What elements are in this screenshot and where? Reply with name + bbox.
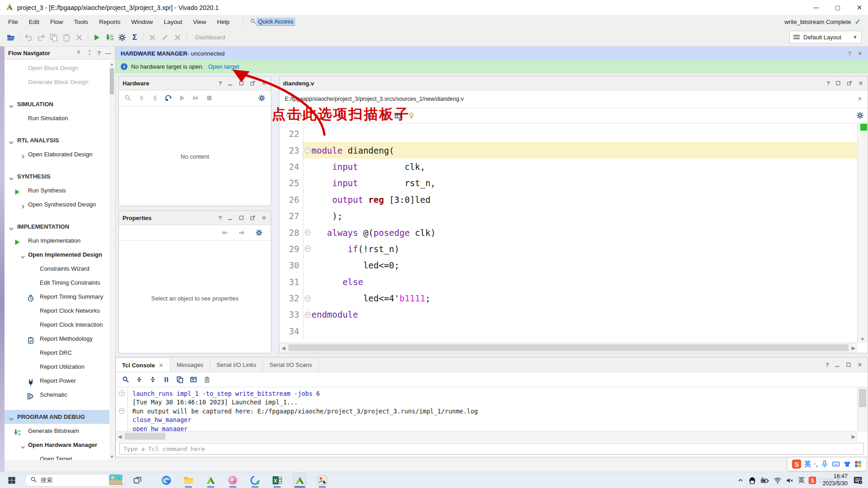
maximize-icon[interactable] (835, 80, 841, 86)
help-icon[interactable]: ? (848, 50, 851, 57)
layout-selector[interactable]: Default Layout ▼ (789, 31, 862, 43)
minimize-icon[interactable]: — (105, 50, 111, 56)
back-icon[interactable] (218, 227, 231, 239)
flow-item-report-power[interactable]: Report Power (5, 374, 109, 388)
delete-icon[interactable] (73, 32, 85, 43)
flow-item-open-synthesized-design[interactable]: Open Synthesized Design (5, 197, 109, 211)
collapse-all-icon[interactable] (135, 92, 148, 104)
help-icon[interactable]: ? (218, 80, 222, 87)
menu-tools[interactable]: Tools (69, 19, 94, 25)
taskbar-app-excel[interactable]: X (271, 473, 283, 488)
help-icon[interactable]: ? (826, 80, 830, 87)
console-vertical-scrollbar[interactable] (857, 387, 868, 432)
maximize-icon[interactable] (845, 361, 852, 368)
flow-item-report-utilization[interactable]: Report Utilization (5, 360, 109, 374)
code-line-27[interactable]: 27 ); (279, 208, 858, 224)
scroll-left-icon[interactable]: ◀ (116, 432, 124, 441)
close-icon[interactable]: ✕ (858, 95, 862, 102)
console-horizontal-scrollbar[interactable]: ◀ ▶ (116, 431, 858, 441)
apps-grid-icon[interactable] (854, 460, 862, 468)
skin-icon[interactable] (843, 460, 851, 468)
sigma-icon[interactable]: Σ (128, 32, 141, 43)
battery-icon[interactable] (760, 477, 769, 484)
code-line-28[interactable]: 28 always @(posedge clk) (279, 224, 858, 240)
search-icon[interactable] (119, 374, 132, 385)
settings-icon[interactable] (253, 227, 265, 239)
code-line-30[interactable]: 30 led<=0; (279, 257, 858, 273)
fold-marker-icon[interactable] (116, 390, 127, 396)
run-icon[interactable] (176, 92, 189, 104)
float-icon[interactable] (846, 80, 853, 86)
flow-item-report-timing-summary[interactable]: Report Timing Summary (5, 290, 109, 304)
scrollbar-thumb[interactable] (110, 68, 114, 94)
settings-gear-icon[interactable] (856, 112, 864, 121)
fast-forward-icon[interactable] (189, 92, 202, 104)
redo-icon[interactable] (35, 32, 47, 43)
maximize-icon[interactable]: ▢ (833, 4, 843, 11)
minimize-icon[interactable] (834, 361, 840, 368)
expand-rows-icon[interactable] (86, 49, 93, 57)
keyboard-icon[interactable] (831, 460, 840, 468)
menu-help[interactable]: Help (212, 19, 235, 25)
wifi-icon[interactable] (774, 477, 782, 484)
menu-layout[interactable]: Layout (158, 19, 188, 25)
stop-icon[interactable] (203, 92, 216, 104)
taskbar-app-pink-app[interactable] (226, 473, 239, 488)
tab-serial-i-o-scans[interactable]: Serial I/O Scans (263, 357, 319, 372)
code-line-31[interactable]: 31 else (279, 274, 858, 290)
flow-item-report-clock-interaction[interactable]: Report Clock Interaction (5, 318, 109, 332)
taskbar-app-vivado[interactable] (204, 473, 217, 488)
fold-marker-icon[interactable] (303, 312, 311, 318)
editor-horizontal-scrollbar[interactable]: ◀ ▶ (279, 343, 858, 353)
minimize-icon[interactable]: — (811, 4, 821, 11)
tab-messages[interactable]: Messages (170, 357, 210, 372)
search-icon[interactable] (122, 92, 134, 104)
taskbar-app-edge[interactable] (160, 473, 173, 488)
code-line-33[interactable]: 33endmodule (279, 306, 858, 323)
punctuation-icon[interactable]: ·, (814, 460, 818, 468)
edit-icon[interactable] (159, 32, 171, 43)
close-icon[interactable]: ✕ (854, 4, 864, 12)
code-line-32[interactable]: 32 led<=4'b1111; (279, 290, 858, 306)
flow-section-implementation[interactable]: IMPLEMENTATION (5, 220, 109, 234)
task-view-button[interactable] (131, 473, 144, 488)
flow-item-report-methodology[interactable]: Report Methodology (5, 332, 109, 346)
scroll-left-icon[interactable]: ◀ (279, 343, 288, 353)
tray-expand-icon[interactable] (737, 477, 744, 484)
notification-center-button[interactable]: 4 (852, 473, 864, 488)
flow-item-open-hardware-manager[interactable]: Open Hardware Manager (5, 438, 109, 452)
code-line-25[interactable]: 25 input rst_n, (279, 175, 858, 191)
delete-icon[interactable] (146, 32, 159, 43)
flow-item-open-implemented-design[interactable]: Open Implemented Design (5, 248, 109, 262)
menu-file[interactable]: File (3, 19, 24, 25)
flow-section-program-and-debug[interactable]: PROGRAM AND DEBUG (5, 410, 109, 424)
bitstream-icon[interactable]: 0110 (103, 32, 116, 43)
taskbar-search[interactable]: 搜索 (24, 474, 125, 487)
fold-marker-icon[interactable] (303, 147, 311, 153)
copy-icon[interactable] (174, 374, 186, 385)
taskbar-app-vivado-active[interactable] (293, 473, 307, 488)
properties-panel-header[interactable]: Properties ? (119, 211, 271, 225)
sogou-s-icon[interactable]: S (792, 459, 802, 469)
close-icon[interactable] (858, 80, 864, 86)
pause-icon[interactable] (160, 374, 173, 385)
editor-vertical-scrollbar[interactable]: ▲ ▼ (857, 123, 868, 343)
fold-marker-icon[interactable] (303, 296, 311, 301)
scroll-down-icon[interactable]: ▼ (109, 454, 114, 460)
code-line-34[interactable]: 34 (279, 323, 858, 339)
fold-marker-icon[interactable] (303, 246, 311, 252)
help-icon[interactable]: ? (218, 215, 222, 221)
tab-tcl-console[interactable]: Tcl Console✕ (116, 357, 170, 372)
chevron-right-icon[interactable] (20, 150, 28, 158)
flow-item-schematic[interactable]: Schematic (5, 388, 109, 402)
sidebar-scrollbar[interactable]: ▲ ▼ (109, 61, 114, 460)
paste-icon[interactable] (60, 32, 73, 43)
menu-reports[interactable]: Reports (94, 19, 126, 25)
copy-icon[interactable] (47, 32, 60, 43)
menu-view[interactable]: View (188, 19, 212, 25)
tab-serial-i-o-links[interactable]: Serial I/O Links (210, 357, 263, 372)
fold-marker-icon[interactable] (303, 230, 311, 235)
flow-item-open-target[interactable]: Open Target (5, 452, 109, 460)
flow-item-generate-bitstream[interactable]: 0110Generate Bitstream (5, 424, 109, 438)
dashboard-label[interactable]: Dashboard (195, 34, 225, 41)
